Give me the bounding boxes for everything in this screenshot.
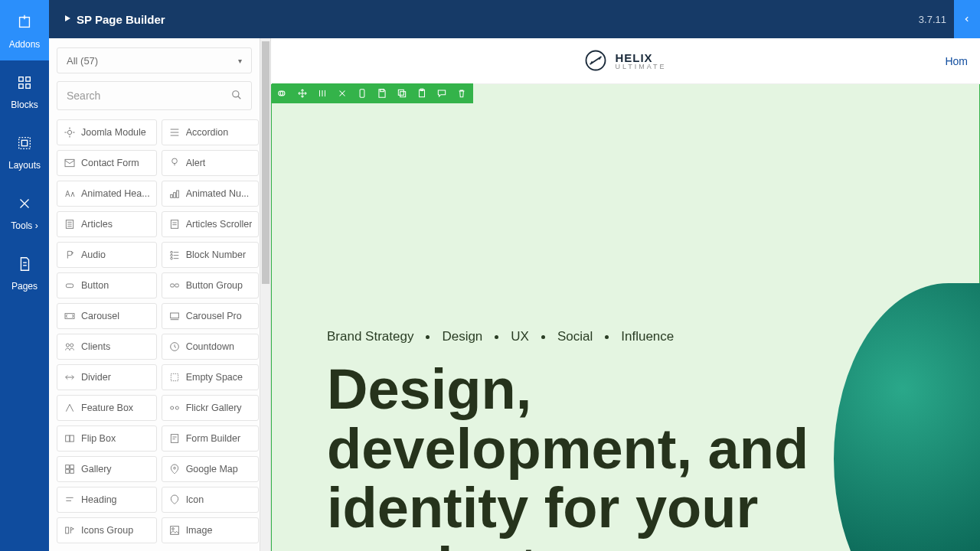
addon-item[interactable]: Flickr Gallery <box>162 395 260 421</box>
chat-icon[interactable] <box>436 87 448 99</box>
addon-item[interactable]: Empty Space <box>162 364 260 390</box>
save-icon[interactable] <box>376 87 388 99</box>
svg-point-49 <box>170 406 173 409</box>
addon-item[interactable]: Carousel Pro <box>162 303 260 329</box>
addon-item[interactable]: Countdown <box>162 334 260 360</box>
hero-tag: Brand Strategy <box>327 329 413 344</box>
nav-rail: Addons Blocks Layouts Tools › Pages <box>0 0 49 551</box>
dot-separator <box>426 335 430 339</box>
addon-label: Divider <box>81 372 111 383</box>
app-title: SP Page Builder <box>77 13 165 26</box>
addon-item[interactable]: Alert <box>162 150 260 176</box>
addon-item[interactable]: Divider <box>57 364 157 390</box>
addon-item[interactable]: Audio <box>57 242 157 268</box>
nav-label: Pages <box>11 281 38 292</box>
handle-icon[interactable] <box>276 87 289 99</box>
brand-sub: ULTIMATE <box>615 64 666 70</box>
svg-rect-21 <box>173 193 175 198</box>
nav-layouts[interactable]: Layouts <box>0 121 49 181</box>
nav-pages[interactable]: Pages <box>0 242 49 302</box>
addon-icon <box>64 218 76 230</box>
svg-point-68 <box>591 61 593 64</box>
svg-rect-77 <box>360 89 364 97</box>
nav-home-link[interactable]: Hom <box>945 55 968 67</box>
svg-rect-48 <box>171 373 178 380</box>
addon-item[interactable]: Clients <box>57 334 157 360</box>
panel-scrollbar[interactable] <box>260 38 271 551</box>
addon-item[interactable]: Animated Nu... <box>162 181 260 207</box>
addon-item[interactable]: Button <box>57 272 157 298</box>
addon-item[interactable]: Joomla Module <box>57 119 157 145</box>
addon-item[interactable]: Articles <box>57 211 157 237</box>
search-placeholder: Search <box>67 90 231 102</box>
addon-item[interactable]: Icon <box>162 487 260 513</box>
nav-label: Blocks <box>11 99 38 110</box>
svg-rect-79 <box>400 91 406 96</box>
addon-icon <box>168 310 181 322</box>
addon-icon <box>168 157 181 169</box>
scroll-thumb[interactable] <box>262 41 270 284</box>
device-icon[interactable] <box>356 87 368 99</box>
addon-item[interactable]: Heading <box>57 487 157 513</box>
svg-point-34 <box>170 257 172 259</box>
addon-icon <box>168 432 181 445</box>
copy-icon[interactable] <box>396 87 408 99</box>
svg-rect-36 <box>66 284 73 288</box>
hero-section[interactable]: Brand StrategyDesignUXSocialInfluence De… <box>271 84 980 551</box>
svg-rect-7 <box>19 138 31 149</box>
filter-value: All (57) <box>67 55 98 67</box>
paste-icon[interactable] <box>416 87 428 99</box>
trash-icon[interactable] <box>456 87 468 99</box>
addon-item[interactable]: Image <box>162 517 260 543</box>
addon-icon <box>168 341 181 353</box>
addon-label: Animated Nu... <box>186 188 250 199</box>
svg-point-12 <box>233 90 239 96</box>
addon-label: Button Group <box>186 280 243 291</box>
close-icon[interactable] <box>336 87 348 99</box>
svg-rect-40 <box>170 313 178 318</box>
nav-label: Addons <box>9 39 41 50</box>
addon-label: Contact Form <box>81 158 139 168</box>
svg-rect-78 <box>381 89 384 91</box>
addon-item[interactable]: Accordion <box>162 119 260 145</box>
columns-icon[interactable] <box>316 87 328 99</box>
move-icon[interactable] <box>296 87 309 99</box>
addon-icon <box>64 463 76 475</box>
addon-filter-select[interactable]: All (57) <box>57 47 252 73</box>
addon-item[interactable]: Button Group <box>162 272 260 298</box>
addon-item[interactable]: Animated Hea... <box>57 181 157 207</box>
nav-tools[interactable]: Tools › <box>0 181 49 242</box>
dot-separator <box>495 335 498 339</box>
svg-rect-18 <box>65 159 74 166</box>
addon-label: Heading <box>81 494 117 505</box>
addon-item[interactable]: Form Builder <box>162 425 260 452</box>
addon-item[interactable]: Icons Group <box>57 517 157 543</box>
addon-item[interactable]: Carousel <box>57 303 157 329</box>
addon-item[interactable]: Articles Scroller <box>162 211 260 237</box>
addon-item[interactable]: Contact Form <box>57 150 157 176</box>
addon-item[interactable]: Feature Box <box>57 395 157 421</box>
workspace: All (57) Search Joomla ModuleAccordionCo… <box>49 38 980 551</box>
nav-label: Layouts <box>8 160 41 171</box>
addon-item[interactable]: Flip Box <box>57 425 157 452</box>
nav-addons[interactable]: Addons <box>0 0 49 60</box>
addon-icon <box>64 402 76 414</box>
addon-item[interactable]: Google Map <box>162 456 260 482</box>
svg-rect-37 <box>170 284 174 287</box>
addon-label: Image <box>186 525 213 536</box>
addon-item[interactable]: Block Number <box>162 242 260 268</box>
addon-icon <box>64 157 76 169</box>
addon-icon <box>168 524 181 536</box>
addon-grid: Joomla ModuleAccordionContact FormAlertA… <box>57 119 252 543</box>
nav-label: Tools › <box>11 220 38 231</box>
addon-item[interactable]: Gallery <box>57 456 157 482</box>
addon-icon <box>168 187 181 200</box>
addon-search-input[interactable]: Search <box>57 81 252 110</box>
addon-icon <box>168 249 181 261</box>
nav-blocks[interactable]: Blocks <box>0 60 49 121</box>
svg-point-60 <box>173 467 175 469</box>
addon-icon <box>168 279 181 292</box>
addon-label: Flickr Gallery <box>186 403 242 413</box>
addon-label: Joomla Module <box>81 127 146 138</box>
collapse-panel-button[interactable] <box>954 0 980 38</box>
